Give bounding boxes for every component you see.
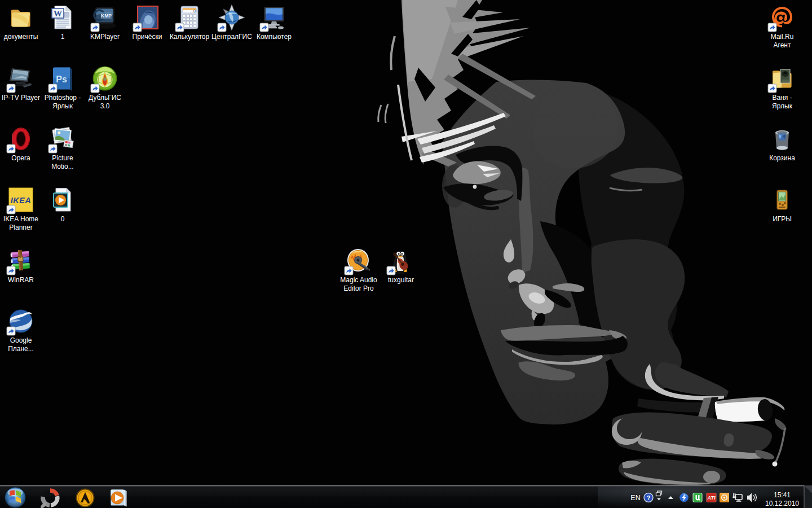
svg-text:ATI: ATI xyxy=(707,495,716,501)
svg-text:EN: EN xyxy=(630,494,640,502)
svg-text:Ps: Ps xyxy=(56,75,67,84)
svg-text:10.12.2010: 10.12.2010 xyxy=(765,500,799,507)
svg-text:W: W xyxy=(54,9,62,18)
svg-text:KMP: KMP xyxy=(101,13,112,19)
svg-text:0: 0 xyxy=(193,9,196,13)
svg-text:?: ? xyxy=(647,494,651,501)
svg-text:15:41: 15:41 xyxy=(774,491,791,499)
svg-text:IKEA: IKEA xyxy=(11,196,32,205)
